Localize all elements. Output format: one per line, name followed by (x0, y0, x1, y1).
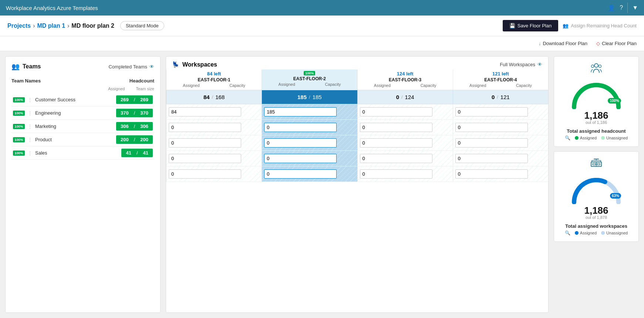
team-row: 100% ⋮ Marketing 306 / 306 (11, 120, 154, 133)
floor3-count: 124 left EAST-FLOOR-3 Assigned Capacity (357, 70, 453, 90)
workspace-row-product (166, 151, 548, 166)
floor2-engineering-input[interactable] (264, 123, 337, 132)
clear-floor-plan-button[interactable]: ◇ Clear Floor Plan (596, 41, 637, 46)
floor1-sales-input[interactable] (169, 169, 241, 179)
workspace-row-customer-success (166, 104, 548, 120)
team-name: Customer Success (35, 97, 113, 102)
floor4-customer-success-input[interactable] (455, 107, 528, 116)
teams-title: 👥 Teams (11, 62, 41, 71)
nav-dropdown[interactable]: ▼ (632, 4, 638, 11)
workspaces-title: 💺 Workspaces (172, 61, 217, 68)
floor2-engineering-cell (262, 120, 357, 135)
right-panel: 100% 1,186 out of 1,186 Total assigned h… (554, 56, 639, 313)
floor1-engineering-input[interactable] (169, 123, 241, 132)
floor4-product-cell (453, 151, 548, 166)
floor3-customer-success-input[interactable] (360, 107, 432, 116)
floor3-sales-input[interactable] (360, 169, 432, 179)
legend-unassigned-item: Unassigned (601, 136, 628, 140)
user-icon[interactable]: 👤 (608, 4, 615, 11)
workspaces-grid (166, 104, 548, 312)
svg-point-0 (594, 64, 598, 67)
headcount-value: 1,186 (584, 111, 608, 120)
nav-icons: 👤 ? ▼ (608, 3, 638, 13)
full-workspaces-eye-icon[interactable]: 👁 (537, 62, 542, 67)
workspace-stat-card: 63% 1,186 out of 1,878 Total assigned wo… (554, 151, 639, 242)
workspaces-icon: 💺 (172, 61, 179, 68)
floor2-count: 100% EAST-FLOOR-2 Assigned Capacity (262, 70, 357, 90)
legend-ws-assigned-item: Assigned (575, 231, 597, 235)
floor2-sales-cell (262, 166, 357, 182)
legend-unassigned-dot (601, 136, 605, 140)
workspace-value: 1,186 (584, 206, 608, 215)
app-title: Workplace Analytics Azure Templates (6, 5, 98, 11)
secondary-toolbar: ↓ Download Floor Plan ◇ Clear Floor Plan (0, 36, 644, 51)
floor3-sales-cell (357, 166, 453, 182)
floor3-totals: 0 / 124 (357, 90, 453, 104)
floor4-marketing-input[interactable] (455, 138, 528, 148)
legend-search-icon-2: 🔍 (565, 230, 570, 236)
floor2-product-input[interactable] (264, 154, 337, 163)
floor2-customer-success-input[interactable] (264, 107, 337, 116)
breadcrumb-actions: 💾 Save Floor Plan 👥 Assign Remaining Hea… (503, 20, 637, 31)
save-floor-plan-button[interactable]: 💾 Save Floor Plan (503, 20, 559, 31)
breadcrumb: Projects › MD plan 1 › MD floor plan 2 S… (7, 21, 164, 30)
floor2-totals: 185 / 185 (262, 90, 357, 104)
floor4-sales-input[interactable] (455, 169, 528, 179)
floor1-count: 84 left EAST-FLOOR-1 Assigned Capacity (166, 70, 262, 90)
floor4-customer-success-cell (453, 104, 548, 119)
floor3-marketing-input[interactable] (360, 138, 432, 148)
floor3-engineering-cell (357, 120, 453, 135)
legend-ws-unassigned-dot (601, 231, 605, 235)
legend-assigned-item: Assigned (575, 136, 597, 140)
floor1-marketing-input[interactable] (169, 138, 241, 148)
breadcrumb-plan1[interactable]: MD plan 1 (37, 23, 65, 29)
drag-handle[interactable]: ⋮ (28, 137, 32, 142)
download-floor-plan-button[interactable]: ↓ Download Floor Plan (539, 41, 587, 46)
floor1-engineering-cell (166, 120, 262, 135)
teams-icon: 👥 (11, 62, 20, 71)
team-headcount: 200 / 200 (116, 135, 153, 144)
floor1-customer-success-input[interactable] (169, 107, 241, 116)
floor1-customer-success-cell (166, 104, 262, 119)
drag-handle[interactable]: ⋮ (28, 97, 32, 102)
breadcrumb-bar: Projects › MD plan 1 › MD floor plan 2 S… (0, 16, 644, 36)
main-content: 👥 Teams Completed Teams 👁 Team Names Hea… (0, 51, 644, 318)
team-badge: 100% (13, 97, 25, 102)
full-workspaces: Full Workspaces 👁 (500, 62, 542, 67)
drag-handle[interactable]: ⋮ (28, 111, 32, 116)
assign-headcount-button[interactable]: 👥 Assign Remaining Head Count (563, 23, 637, 28)
help-icon[interactable]: ? (620, 4, 623, 11)
floor4-engineering-cell (453, 120, 548, 135)
drag-handle[interactable]: ⋮ (28, 150, 32, 156)
totals-row: 84 / 168 185 / 185 0 / 124 0 / 121 (166, 90, 548, 104)
breadcrumb-projects[interactable]: Projects (7, 23, 31, 29)
mode-badge[interactable]: Standard Mode (120, 21, 164, 30)
headcount-stat-icon (590, 62, 602, 75)
floor3-engineering-input[interactable] (360, 123, 432, 132)
floor4-engineering-input[interactable] (455, 123, 528, 132)
workspace-subtitle: out of 1,878 (586, 215, 607, 220)
svg-rect-5 (597, 163, 600, 165)
team-row: 100% ⋮ Engineering 370 / 370 (11, 106, 154, 120)
teams-table: Team Names Headcount Assigned Team size … (11, 77, 154, 160)
floor1-product-input[interactable] (169, 154, 241, 163)
headcount-stat-card: 100% 1,186 out of 1,186 Total assigned h… (554, 56, 639, 147)
team-name: Sales (35, 150, 118, 156)
workspace-row-sales (166, 166, 548, 182)
team-badge: 100% (13, 124, 25, 129)
teams-table-header: Team Names Headcount (11, 77, 154, 87)
workspaces-panel: 💺 Workspaces Full Workspaces 👁 84 left E… (166, 56, 549, 313)
floor2-marketing-input[interactable] (264, 138, 337, 148)
workspace-stat-icon (590, 158, 602, 170)
completed-teams-eye-icon[interactable]: 👁 (149, 64, 154, 70)
team-headcount: 306 / 306 (116, 122, 153, 131)
workspace-legend: 🔍 Assigned Unassigned (565, 230, 628, 236)
floor3-product-input[interactable] (360, 154, 432, 163)
floor4-product-input[interactable] (455, 154, 528, 163)
team-name: Engineering (35, 110, 113, 116)
floor2-product-cell (262, 151, 357, 166)
floor2-sales-input[interactable] (264, 169, 337, 179)
legend-assigned-dot (575, 136, 579, 140)
teams-panel-header: 👥 Teams Completed Teams 👁 (11, 62, 154, 71)
drag-handle[interactable]: ⋮ (28, 124, 32, 129)
